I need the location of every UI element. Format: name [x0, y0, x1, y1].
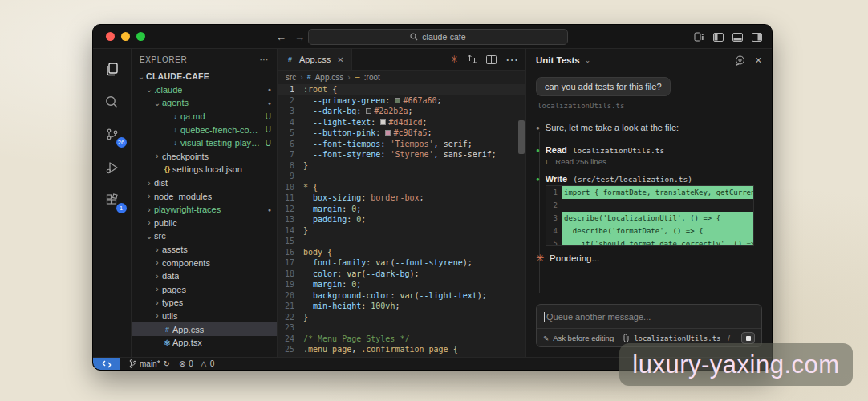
toggle-panel-icon[interactable]	[732, 33, 743, 42]
edit-mode-label[interactable]: Ask before editing	[553, 334, 614, 342]
line-content: --primary-green: #667a60;	[303, 95, 442, 107]
slash-command-hint[interactable]: /	[728, 334, 730, 342]
close-window-button[interactable]	[106, 32, 115, 41]
run-debug-view-icon[interactable]	[101, 157, 124, 178]
code-editor[interactable]: 1:root {2 --primary-green: #667a60;3 --d…	[278, 83, 525, 357]
diff-code-block[interactable]: 1import { formatDate, translateKey, getC…	[546, 185, 754, 246]
tree-item-components[interactable]: ›components	[132, 256, 277, 269]
tree-item-label: agents	[162, 98, 189, 107]
command-center-search[interactable]: claude-cafe	[308, 29, 568, 45]
tree-item--claude[interactable]: ⌄.claude●	[132, 83, 277, 97]
attached-file-label[interactable]: localizationUtils.ts	[634, 334, 720, 342]
toggle-primary-sidebar-icon[interactable]	[713, 33, 724, 42]
tree-item-visual-testing-playwright[interactable]: ↓visual-testing-playwright...U	[132, 136, 277, 150]
chevron-right-icon: ›	[152, 272, 162, 281]
editor-scrollbar[interactable]	[518, 120, 525, 154]
line-content: body {	[303, 247, 332, 258]
code-line: 8}	[278, 160, 525, 172]
stop-generating-button[interactable]	[741, 332, 755, 344]
breadcrumb-file[interactable]: App.css	[315, 73, 344, 82]
tool-call-write[interactable]: ● Write (src/test/localization.ts)	[536, 174, 761, 184]
minimize-window-button[interactable]	[121, 32, 130, 41]
navigate-back-icon[interactable]: ←	[276, 31, 286, 43]
close-panel-icon[interactable]: ✕	[755, 55, 762, 66]
tool-file: localizationUtils.ts	[573, 146, 664, 155]
line-number: 9	[278, 171, 303, 182]
tree-item-utils[interactable]: ›utils	[132, 310, 277, 323]
breadcrumb-symbol[interactable]: :root	[364, 73, 380, 82]
diff-code-line: 2	[546, 199, 753, 212]
tree-item-app-tsx[interactable]: ⚛App.tsx	[132, 336, 277, 350]
tool-file: (src/test/localization.ts)	[573, 175, 692, 184]
explorer-title: EXPLORER	[140, 55, 187, 64]
git-branch-icon	[129, 359, 136, 368]
problems-status[interactable]: ⊗ 0 △ 0	[179, 359, 214, 368]
chat-title-chevron-icon[interactable]: ⌄	[585, 56, 591, 64]
tree-item-dist[interactable]: ›dist	[132, 176, 277, 190]
branch-status[interactable]: main* ↻	[129, 359, 170, 368]
line-content: padding: 0;	[303, 214, 366, 225]
explorer-more-actions-icon[interactable]: ⋯	[259, 55, 269, 65]
tree-item-node-modules[interactable]: ›node_modules	[132, 189, 277, 203]
extensions-view-icon[interactable]: 1	[101, 190, 124, 211]
line-number: 11	[278, 192, 303, 204]
text-caret	[544, 312, 545, 322]
tree-item-label: pages	[162, 285, 186, 294]
chat-input-box[interactable]: Queue another message... ✎ Ask before ed…	[536, 304, 762, 347]
activity-bar: 26 1	[93, 49, 132, 357]
remote-indicator[interactable]	[93, 358, 120, 370]
context-file-label[interactable]: localizationUtils.ts	[537, 102, 624, 110]
line-number: 22	[278, 312, 303, 323]
tree-item-app-css[interactable]: #App.css	[132, 322, 277, 336]
tree-item-agents[interactable]: ⌄agents●	[132, 96, 277, 110]
close-tab-icon[interactable]: ✕	[337, 55, 343, 64]
line-content: * {	[303, 182, 318, 193]
line-content: min-height: 100vh;	[303, 301, 400, 312]
color-swatch[interactable]	[385, 130, 391, 136]
explorer-view-icon[interactable]	[101, 59, 124, 79]
source-control-view-icon[interactable]: 26	[101, 124, 124, 145]
tree-item-quebec-french-complian[interactable]: ↓quebec-french-complian...U	[132, 123, 277, 136]
tree-item-pages[interactable]: ›pages	[132, 283, 277, 297]
warnings-icon: △	[201, 359, 207, 368]
tree-item-checkpoints[interactable]: ›checkpoints	[132, 150, 277, 164]
code-line: 5 --button-pink: #c98fa5;	[278, 128, 525, 139]
tree-item-playwright-traces[interactable]: ›playwright-traces●	[132, 203, 277, 217]
editor-tab-bar: # App.css ✕ ✳ ⋯	[278, 49, 525, 71]
sync-changes-icon[interactable]: ↻	[164, 359, 170, 368]
toggle-secondary-sidebar-icon[interactable]	[752, 33, 762, 42]
tree-item-assets[interactable]: ›assets	[132, 243, 277, 257]
tree-item-claude-cafe[interactable]: ⌄CLAUDE-CAFE	[132, 70, 277, 83]
breadcrumb-src[interactable]: src	[286, 73, 296, 82]
split-editor-icon[interactable]	[486, 55, 497, 64]
search-icon	[410, 33, 418, 41]
breadcrumb-separator: ›	[300, 73, 302, 82]
tree-item-src[interactable]: ⌄src	[132, 229, 277, 243]
navigate-forward-icon[interactable]: →	[294, 31, 305, 43]
color-swatch[interactable]	[380, 119, 386, 125]
tree-item-settings-local-json[interactable]: {}settings.local.json	[132, 163, 277, 176]
maximize-window-button[interactable]	[136, 32, 145, 41]
code-line: 19 margin: 0;	[278, 279, 525, 290]
assistant-intro-text: Sure, let me take a look at the file:	[546, 123, 679, 132]
tab-app-css[interactable]: # App.css ✕	[278, 49, 352, 70]
tree-item-types[interactable]: ›types	[132, 296, 277, 310]
chat-history-icon[interactable]	[735, 55, 745, 66]
tree-item-public[interactable]: ›public	[132, 217, 277, 230]
chevron-right-icon: ›	[144, 192, 154, 200]
line-number: 14	[278, 225, 303, 237]
line-content: --font-tiempos: 'Tiempos', serif;	[303, 139, 473, 150]
tree-item-data[interactable]: ›data	[132, 269, 277, 283]
claude-code-icon[interactable]: ✳	[450, 54, 458, 65]
tool-call-read[interactable]: ● Read localizationUtils.ts	[536, 145, 761, 155]
search-view-icon[interactable]	[101, 91, 124, 112]
color-swatch[interactable]	[366, 108, 371, 114]
editor-more-actions-icon[interactable]: ⋯	[505, 52, 518, 67]
bullet-icon: ●	[536, 124, 540, 132]
tree-item-qa-md[interactable]: ↓qa.mdU	[132, 110, 277, 124]
color-swatch[interactable]	[395, 98, 400, 103]
diff-code-line: 4 describe('formatDate', () => {	[546, 225, 753, 237]
code-lines: 1:root {2 --primary-green: #667a60;3 --d…	[278, 84, 525, 355]
customize-layout-icon[interactable]	[694, 32, 704, 42]
open-changes-icon[interactable]	[467, 55, 477, 64]
